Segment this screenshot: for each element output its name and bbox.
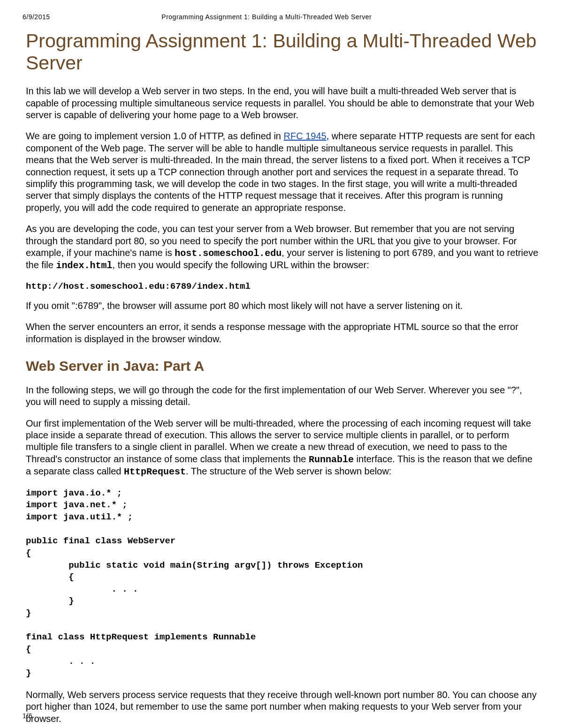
port-choice-paragraph: Normally, Web servers process service re… xyxy=(26,689,540,725)
page-title: Programming Assignment 1: Building a Mul… xyxy=(26,30,540,74)
page-number: 1/6 xyxy=(23,712,32,720)
error-note-paragraph: When the server encounters an error, it … xyxy=(26,321,540,345)
intro-paragraph-3: As you are developing the code, you can … xyxy=(26,223,540,272)
text-run: , where separate HTTP requests are sent … xyxy=(26,131,535,212)
text-run: , then you would specify the following U… xyxy=(113,260,369,270)
section-part-a-heading: Web Server in Java: Part A xyxy=(26,358,540,374)
java-skeleton-code: import java.io.* ; import java.net.* ; i… xyxy=(26,488,540,680)
runnable-code: Runnable xyxy=(309,454,354,465)
hostname-code: host.someschool.edu xyxy=(175,248,282,259)
part-a-paragraph-2: Our first implementation of the Web serv… xyxy=(26,418,540,478)
part-a-paragraph-1: In the following steps, we will go throu… xyxy=(26,384,540,408)
text-run: . The structure of the Web server is sho… xyxy=(186,466,391,476)
document-body: Programming Assignment 1: Building a Mul… xyxy=(0,21,563,725)
rfc-1945-link[interactable]: RFC 1945 xyxy=(284,131,327,141)
print-header: 6/9/2015 Programming Assignment 1: Build… xyxy=(0,0,563,21)
filename-code: index.html xyxy=(56,260,112,271)
httprequest-code: HttpRequest xyxy=(124,466,186,477)
text-run: We are going to implement version 1.0 of… xyxy=(26,131,284,141)
intro-paragraph-1: In this lab we will develop a Web server… xyxy=(26,85,540,121)
example-url: http://host.someschool.edu:6789/index.ht… xyxy=(26,281,540,292)
intro-paragraph-2: We are going to implement version 1.0 of… xyxy=(26,130,540,214)
header-spacer xyxy=(511,13,540,21)
header-doc-title: Programming Assignment 1: Building a Mul… xyxy=(22,13,512,21)
port-note-paragraph: If you omit ":6789", the browser will as… xyxy=(26,300,540,312)
